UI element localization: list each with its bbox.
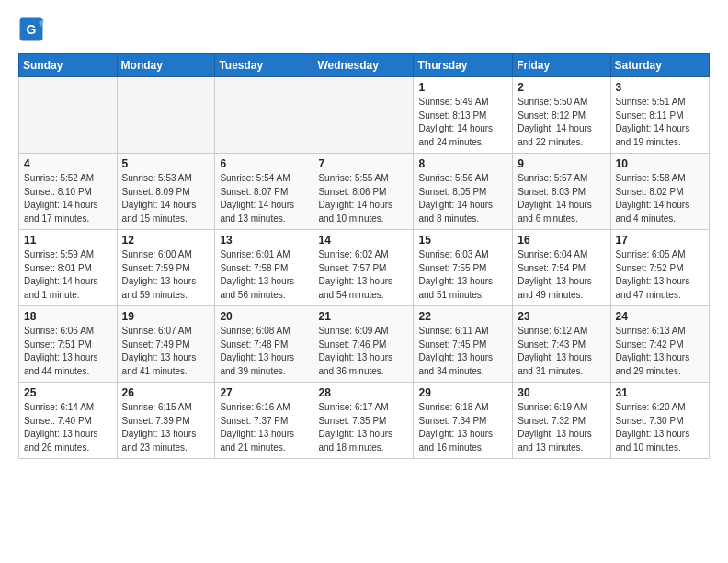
calendar-cell: 10Sunrise: 5:58 AM Sunset: 8:02 PM Dayli… (610, 154, 709, 230)
calendar-cell: 19Sunrise: 6:07 AM Sunset: 7:49 PM Dayli… (117, 306, 215, 383)
day-number: 10 (616, 157, 704, 170)
day-info: Sunrise: 5:49 AM Sunset: 8:13 PM Dayligh… (418, 96, 507, 149)
calendar-cell (215, 77, 313, 154)
calendar-cell: 24Sunrise: 6:13 AM Sunset: 7:42 PM Dayli… (610, 306, 709, 383)
day-number: 19 (122, 310, 210, 323)
day-number: 28 (318, 386, 408, 399)
calendar-cell: 8Sunrise: 5:56 AM Sunset: 8:05 PM Daylig… (414, 154, 513, 230)
day-number: 18 (24, 310, 112, 323)
day-number: 30 (518, 386, 605, 399)
day-info: Sunrise: 5:50 AM Sunset: 8:12 PM Dayligh… (518, 96, 605, 149)
weekday-header-row: SundayMondayTuesdayWednesdayThursdayFrid… (19, 54, 710, 77)
day-number: 31 (616, 386, 704, 399)
day-number: 11 (24, 234, 112, 247)
calendar-cell: 30Sunrise: 6:19 AM Sunset: 7:32 PM Dayli… (513, 383, 610, 459)
calendar-page: G SundayMondayTuesdayWednesdayThursdayFr… (0, 0, 728, 470)
day-number: 9 (518, 157, 605, 170)
day-number: 3 (616, 81, 704, 94)
day-number: 27 (220, 386, 308, 399)
calendar-cell: 6Sunrise: 5:54 AM Sunset: 8:07 PM Daylig… (215, 154, 313, 230)
calendar-cell: 23Sunrise: 6:12 AM Sunset: 7:43 PM Dayli… (513, 306, 610, 383)
day-info: Sunrise: 5:52 AM Sunset: 8:10 PM Dayligh… (24, 172, 112, 225)
calendar-cell (19, 77, 118, 154)
day-number: 6 (220, 157, 308, 170)
calendar-cell: 25Sunrise: 6:14 AM Sunset: 7:40 PM Dayli… (19, 383, 118, 459)
day-number: 12 (122, 234, 210, 247)
day-info: Sunrise: 6:03 AM Sunset: 7:55 PM Dayligh… (418, 248, 507, 302)
calendar-cell: 12Sunrise: 6:00 AM Sunset: 7:59 PM Dayli… (117, 230, 215, 306)
day-info: Sunrise: 6:18 AM Sunset: 7:34 PM Dayligh… (418, 401, 507, 454)
day-number: 16 (518, 234, 605, 247)
calendar-table: SundayMondayTuesdayWednesdayThursdayFrid… (18, 53, 710, 459)
day-info: Sunrise: 6:02 AM Sunset: 7:57 PM Dayligh… (318, 248, 408, 302)
day-info: Sunrise: 6:01 AM Sunset: 7:58 PM Dayligh… (220, 248, 308, 302)
day-number: 4 (24, 157, 112, 170)
calendar-cell: 31Sunrise: 6:20 AM Sunset: 7:30 PM Dayli… (610, 383, 709, 459)
day-info: Sunrise: 6:11 AM Sunset: 7:45 PM Dayligh… (418, 325, 507, 378)
day-number: 13 (220, 234, 308, 247)
weekday-header-friday: Friday (513, 54, 610, 77)
day-info: Sunrise: 6:07 AM Sunset: 7:49 PM Dayligh… (122, 325, 210, 378)
day-info: Sunrise: 6:15 AM Sunset: 7:39 PM Dayligh… (122, 401, 210, 454)
calendar-cell: 18Sunrise: 6:06 AM Sunset: 7:51 PM Dayli… (19, 306, 118, 383)
day-info: Sunrise: 6:19 AM Sunset: 7:32 PM Dayligh… (518, 401, 605, 454)
calendar-cell: 28Sunrise: 6:17 AM Sunset: 7:35 PM Dayli… (313, 383, 414, 459)
day-info: Sunrise: 5:54 AM Sunset: 8:07 PM Dayligh… (220, 172, 308, 225)
day-number: 29 (418, 386, 507, 399)
day-number: 5 (122, 157, 210, 170)
day-number: 17 (616, 234, 704, 247)
calendar-cell: 5Sunrise: 5:53 AM Sunset: 8:09 PM Daylig… (117, 154, 215, 230)
calendar-cell: 4Sunrise: 5:52 AM Sunset: 8:10 PM Daylig… (19, 154, 118, 230)
day-info: Sunrise: 6:00 AM Sunset: 7:59 PM Dayligh… (122, 248, 210, 302)
week-row-3: 11Sunrise: 5:59 AM Sunset: 8:01 PM Dayli… (19, 230, 710, 306)
day-info: Sunrise: 5:53 AM Sunset: 8:09 PM Dayligh… (122, 172, 210, 225)
day-info: Sunrise: 6:17 AM Sunset: 7:35 PM Dayligh… (318, 401, 408, 454)
day-number: 21 (318, 310, 408, 323)
week-row-1: 1Sunrise: 5:49 AM Sunset: 8:13 PM Daylig… (19, 77, 710, 154)
calendar-cell: 7Sunrise: 5:55 AM Sunset: 8:06 PM Daylig… (313, 154, 414, 230)
day-number: 8 (418, 157, 507, 170)
day-number: 14 (318, 234, 408, 247)
calendar-header: G (18, 17, 710, 42)
day-info: Sunrise: 6:13 AM Sunset: 7:42 PM Dayligh… (616, 325, 704, 378)
day-info: Sunrise: 6:06 AM Sunset: 7:51 PM Dayligh… (24, 325, 112, 378)
day-info: Sunrise: 5:59 AM Sunset: 8:01 PM Dayligh… (24, 248, 112, 302)
day-info: Sunrise: 6:09 AM Sunset: 7:46 PM Dayligh… (318, 325, 408, 378)
calendar-cell: 27Sunrise: 6:16 AM Sunset: 7:37 PM Dayli… (215, 383, 313, 459)
calendar-cell: 3Sunrise: 5:51 AM Sunset: 8:11 PM Daylig… (610, 77, 709, 154)
weekday-header-wednesday: Wednesday (313, 54, 414, 77)
weekday-header-saturday: Saturday (610, 54, 709, 77)
day-info: Sunrise: 6:14 AM Sunset: 7:40 PM Dayligh… (24, 401, 112, 454)
day-info: Sunrise: 6:12 AM Sunset: 7:43 PM Dayligh… (518, 325, 605, 378)
calendar-cell: 16Sunrise: 6:04 AM Sunset: 7:54 PM Dayli… (513, 230, 610, 306)
calendar-cell: 13Sunrise: 6:01 AM Sunset: 7:58 PM Dayli… (215, 230, 313, 306)
day-number: 26 (122, 386, 210, 399)
logo: G (18, 17, 48, 42)
day-info: Sunrise: 6:16 AM Sunset: 7:37 PM Dayligh… (220, 401, 308, 454)
weekday-header-monday: Monday (117, 54, 215, 77)
day-info: Sunrise: 6:04 AM Sunset: 7:54 PM Dayligh… (518, 248, 605, 302)
day-number: 7 (318, 157, 408, 170)
calendar-cell: 14Sunrise: 6:02 AM Sunset: 7:57 PM Dayli… (313, 230, 414, 306)
day-info: Sunrise: 5:55 AM Sunset: 8:06 PM Dayligh… (318, 172, 408, 225)
day-info: Sunrise: 5:56 AM Sunset: 8:05 PM Dayligh… (418, 172, 507, 225)
weekday-header-sunday: Sunday (19, 54, 118, 77)
week-row-5: 25Sunrise: 6:14 AM Sunset: 7:40 PM Dayli… (19, 383, 710, 459)
calendar-cell: 9Sunrise: 5:57 AM Sunset: 8:03 PM Daylig… (513, 154, 610, 230)
day-info: Sunrise: 6:05 AM Sunset: 7:52 PM Dayligh… (616, 248, 704, 302)
logo-icon: G (18, 17, 44, 42)
day-number: 23 (518, 310, 605, 323)
calendar-cell (313, 77, 414, 154)
day-number: 20 (220, 310, 308, 323)
week-row-4: 18Sunrise: 6:06 AM Sunset: 7:51 PM Dayli… (19, 306, 710, 383)
calendar-cell: 26Sunrise: 6:15 AM Sunset: 7:39 PM Dayli… (117, 383, 215, 459)
day-number: 22 (418, 310, 507, 323)
day-number: 15 (418, 234, 507, 247)
calendar-cell: 15Sunrise: 6:03 AM Sunset: 7:55 PM Dayli… (414, 230, 513, 306)
day-info: Sunrise: 5:51 AM Sunset: 8:11 PM Dayligh… (616, 96, 704, 149)
weekday-header-thursday: Thursday (414, 54, 513, 77)
weekday-header-tuesday: Tuesday (215, 54, 313, 77)
day-number: 1 (418, 81, 507, 94)
calendar-cell: 11Sunrise: 5:59 AM Sunset: 8:01 PM Dayli… (19, 230, 118, 306)
calendar-cell: 2Sunrise: 5:50 AM Sunset: 8:12 PM Daylig… (513, 77, 610, 154)
